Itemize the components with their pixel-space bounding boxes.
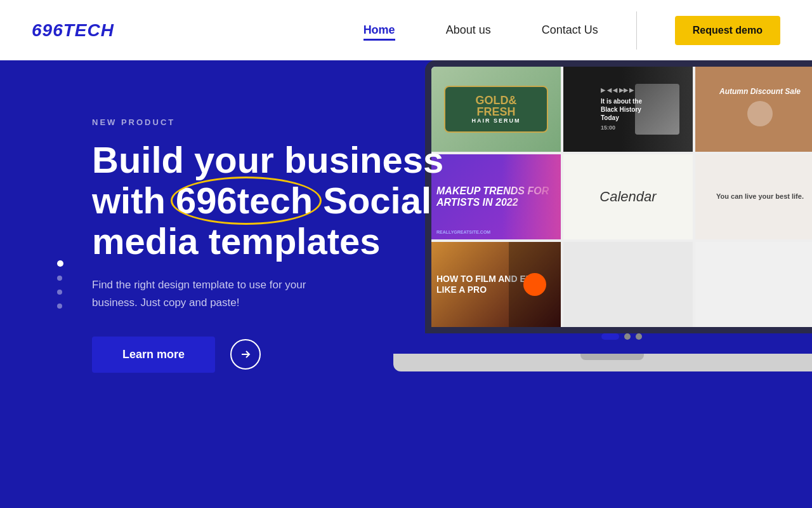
title-part2-rest: media templates (92, 220, 381, 262)
nav-link-home[interactable]: Home (363, 23, 395, 41)
logo: 696TECH (32, 20, 114, 41)
template-card-autumn: Autumn Discount Sale (695, 67, 812, 152)
nav-item-home[interactable]: Home (363, 23, 395, 37)
title-part1: Build your business (92, 139, 443, 180)
nav-links: Home About us Contact Us (363, 23, 598, 37)
hero-section: NEW PRODUCT Build your business with 696… (0, 60, 812, 508)
card1-subtitle: HAIR SERUM (450, 117, 541, 124)
hero-content: NEW PRODUCT Build your business with 696… (92, 98, 443, 373)
template-card-best-life: You can live your best life. (695, 154, 812, 239)
dot-3[interactable] (57, 290, 62, 295)
nav-item-contact[interactable]: Contact Us (542, 23, 598, 37)
hero-actions: Learn more (92, 337, 443, 373)
laptop-screen: GOLD&FRESH HAIR SERUM ▶ ◀ ◀ ▶▶ ▶ It is a… (425, 60, 812, 333)
pg-dot-2[interactable] (624, 333, 631, 340)
laptop-base (393, 354, 812, 371)
nav-divider (636, 11, 637, 50)
pg-dot-1[interactable] (601, 333, 619, 340)
eyebrow-label: NEW PRODUCT (92, 117, 443, 127)
template-card-calendar: Calendar (563, 154, 693, 239)
card3-text: Autumn Discount Sale (719, 87, 801, 96)
hero-description: Find the right design template to use fo… (92, 276, 333, 311)
slide-dots (57, 260, 63, 309)
card1-brand: GOLD&FRESH (450, 95, 541, 117)
dot-4[interactable] (57, 304, 62, 309)
template-grid: GOLD&FRESH HAIR SERUM ▶ ◀ ◀ ▶▶ ▶ It is a… (431, 67, 812, 327)
title-part2-social: Social (323, 180, 431, 221)
laptop-mockup: GOLD&FRESH HAIR SERUM ▶ ◀ ◀ ▶▶ ▶ It is a… (406, 60, 812, 371)
template-card-gold-fresh: GOLD&FRESH HAIR SERUM (431, 67, 561, 152)
nav-item-about[interactable]: About us (446, 23, 491, 37)
nav-link-contact[interactable]: Contact Us (542, 23, 598, 36)
arrow-button[interactable] (230, 339, 261, 370)
navbar: 696TECH Home About us Contact Us Request… (0, 0, 812, 60)
template-card-makeup: MAKEUP TRENDS FOR ARTISTS IN 2022 REALLY… (431, 154, 561, 239)
card2-text: ▶ ◀ ◀ ▶▶ ▶ It is about the Black History… (596, 82, 660, 137)
nav-link-about[interactable]: About us (446, 23, 491, 36)
template-card-placeholder1 (563, 242, 693, 327)
template-card-black-history: ▶ ◀ ◀ ▶▶ ▶ It is about the Black History… (563, 67, 693, 152)
dot-1[interactable] (57, 260, 63, 267)
pg-dot-3[interactable] (636, 333, 642, 340)
dot-2[interactable] (57, 276, 62, 281)
learn-more-button[interactable]: Learn more (92, 337, 215, 373)
template-card-placeholder2 (695, 242, 812, 327)
card5-text: Calendar (599, 189, 656, 205)
hero-title: Build your business with 696tech Social … (92, 140, 443, 261)
template-card-film: HOW TO FILM AND EDIT LIKE A PRO (431, 242, 561, 327)
card6-text: You can live your best life. (712, 188, 808, 205)
title-highlight: 696tech (176, 180, 313, 221)
laptop-pagination (601, 333, 642, 340)
request-demo-button[interactable]: Request demo (675, 16, 780, 45)
